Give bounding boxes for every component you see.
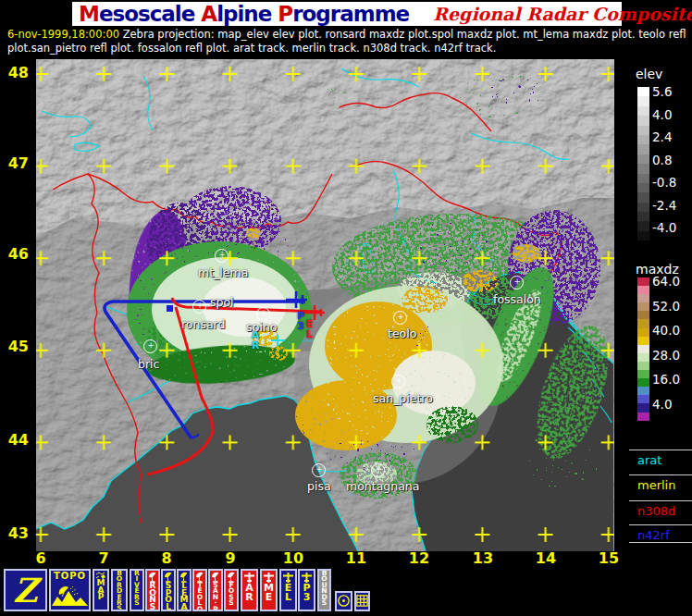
maxdz-colorbar-label-28.0: 28.0: [652, 348, 680, 363]
title-initial-p: P: [278, 2, 292, 26]
lat-tick-44: 44: [0, 431, 29, 449]
elev-colorbar-label--0.8: -0.8: [652, 175, 676, 190]
toolbar-button-rons[interactable]: RONS: [145, 569, 160, 611]
maxdz-colorbar-label-40.0: 40.0: [652, 323, 680, 338]
toolbar-button-lema[interactable]: LEMA: [177, 569, 192, 611]
zebra-logo: Z: [13, 571, 37, 610]
toolbar-button-dot[interactable]: [335, 591, 352, 611]
maxdz-colorbar: [637, 277, 649, 421]
track-legend-divider: [629, 450, 692, 450]
lat-tick-43: 43: [0, 524, 29, 542]
toolbar-button-me[interactable]: ME: [260, 569, 278, 611]
title-initial-m: M: [79, 2, 99, 26]
lat-tick-47: 47: [0, 154, 29, 172]
maxdz-colorbar-label-4.0: 4.0: [652, 397, 672, 412]
lat-tick-45: 45: [0, 338, 29, 355]
track-legend-n308d: n308d: [637, 504, 675, 518]
status-line-2: plot.san_pietro refl plot. fossalon refl…: [7, 42, 496, 55]
maxdz-colorbar-label-16.0: 16.0: [652, 372, 680, 387]
toolbar-button-rivers[interactable]: RIVERS: [130, 569, 144, 611]
elev-colorbar-label--4.0: -4.0: [652, 220, 676, 235]
track-legend-merlin: merlin: [637, 478, 675, 492]
maxdz-colorbar-title: maxdz: [636, 262, 679, 277]
toolbar-button-foss[interactable]: FOSS.: [224, 569, 239, 611]
toolbar-button-borders[interactable]: BORDERS: [111, 569, 128, 611]
track-legend-divider: [629, 524, 692, 525]
app-title: Mesoscale Alpine Programme: [79, 2, 409, 26]
elev-colorbar-label-2.4: 2.4: [652, 129, 672, 144]
elev-colorbar-label-4.0: 4.0: [652, 107, 672, 122]
toolbar: ZTOPOMAPBORDERSRIVERSRONSSPOLLEMATEOLOSA…: [0, 565, 692, 616]
toolbar-button-ar[interactable]: AR: [241, 569, 258, 611]
toolbar-button-el[interactable]: EL: [279, 569, 297, 611]
maxdz-colorbar-label-52.0: 52.0: [652, 299, 680, 314]
track-legend-divider: [629, 474, 692, 475]
topo-icon: [52, 583, 89, 608]
elev-colorbar: [637, 87, 649, 240]
toolbar-button-teolo[interactable]: TEOLO: [192, 569, 207, 611]
latlon-grid: [36, 59, 614, 551]
timestamp: 6-nov-1999,18:00:00: [7, 28, 119, 41]
lat-tick-48: 48: [0, 64, 29, 81]
toolbar-button-p3[interactable]: P3: [298, 569, 315, 611]
dot-icon: [337, 594, 351, 608]
track-legend-arat: arat: [637, 453, 661, 467]
status-line-1: 6-nov-1999,18:00:00 Zebra projection: ma…: [7, 28, 686, 41]
toolbar-button-bounds[interactable]: BOUNDS: [317, 569, 331, 611]
track-legend-divider: [629, 542, 692, 543]
toolbar-button-spol[interactable]: SPOL: [161, 569, 176, 611]
zebra-radar-app: Mesoscale Alpine Programme Regional Rada…: [0, 0, 692, 616]
toolbar-button-grid[interactable]: [354, 591, 370, 611]
toolbar-button-map[interactable]: MAP: [93, 569, 109, 611]
elev-colorbar-label-0.8: 0.8: [652, 153, 672, 167]
elev-colorbar-label--2.4: -2.4: [652, 198, 676, 213]
grid-icon: [355, 594, 369, 608]
lat-tick-46: 46: [0, 245, 29, 263]
toolbar-button-topo[interactable]: TOPO: [49, 569, 91, 611]
toolbar-button-z[interactable]: Z: [4, 569, 47, 611]
map-canvas[interactable]: [36, 59, 614, 551]
elev-colorbar-label-5.6: 5.6: [652, 84, 672, 99]
toolbar-button-sanp[interactable]: SAN·P: [208, 569, 223, 611]
track-legend-n42rf: n42rf: [637, 528, 670, 542]
title-initial-a: A: [201, 2, 216, 26]
elev-colorbar-title: elev: [636, 67, 662, 81]
app-subtitle: Regional Radar Composite: [433, 4, 692, 24]
track-legend-divider: [629, 500, 692, 501]
title-bar: Mesoscale Alpine Programme Regional Rada…: [72, 2, 622, 26]
